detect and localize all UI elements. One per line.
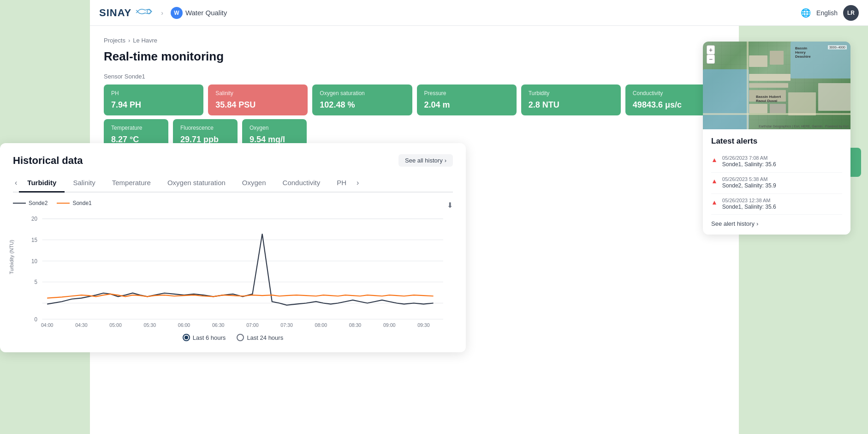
svg-text:06:00: 06:00 (178, 322, 190, 327)
svg-text:04:30: 04:30 (75, 322, 88, 327)
radio-last-24h[interactable]: Last 24 hours (237, 334, 283, 341)
alert-content-2: 05/26/2023 5:38 AM Sonde2, Salinity: 35.… (722, 176, 776, 190)
logo-area: SINAY › W Water Quality (99, 6, 227, 19)
tabs-bar: ‹ Turbidity Salinity Temperature Oxygen … (13, 174, 453, 193)
tab-ph[interactable]: PH (328, 174, 355, 193)
alert-text-3: Sonde1, Salinity: 35.6 (722, 203, 776, 211)
metric-fluorescence-label: Fluorescence (180, 125, 230, 131)
svg-text:05:00: 05:00 (109, 322, 122, 327)
radio-24h-label: Last 24 hours (247, 334, 283, 341)
time-range-options: Last 6 hours Last 24 hours (13, 334, 453, 341)
tab-conductivity[interactable]: Conductivity (274, 174, 329, 193)
map-image[interactable]: BassinHenryDeashire Bassin HubertRaoul D… (703, 42, 850, 129)
tab-temperature[interactable]: Temperature (104, 174, 159, 193)
legend-sonde1: Sonde1 (57, 200, 91, 206)
radio-last-6h[interactable]: Last 6 hours (183, 334, 226, 341)
legend-sonde2: Sonde2 (13, 200, 48, 206)
metric-oxygen-sat: Oxygen saturation 102.48 % (312, 84, 412, 115)
tab-next-button[interactable]: › (355, 175, 361, 191)
sensor-label: Sensor Sonde1 (104, 73, 725, 80)
alert-icon-2: ▲ (711, 177, 718, 185)
svg-text:07:00: 07:00 (246, 322, 259, 327)
svg-text:08:30: 08:30 (349, 322, 362, 327)
fish-icon (135, 6, 154, 19)
metric-pressure-label: Pressure (424, 90, 509, 96)
tab-oxygen[interactable]: Oxygen (234, 174, 274, 193)
svg-text:09:00: 09:00 (383, 322, 396, 327)
metric-temperature-label: Temperature (111, 125, 161, 131)
svg-text:07:30: 07:30 (280, 322, 293, 327)
tab-oxygen-saturation[interactable]: Oxygen staturation (159, 174, 234, 193)
alert-text-1: Sonde1, Salinity: 35.6 (722, 161, 776, 169)
chart-container: Turbidity (NTU) 20 15 10 5 0 04:00 04:30… (13, 214, 453, 329)
alert-icon-1: ▲ (711, 156, 718, 163)
metric-salinity: Salinity 35.84 PSU (208, 84, 308, 115)
svg-text:15: 15 (31, 237, 37, 243)
legend-line-sonde2 (13, 203, 26, 204)
svg-point-1 (150, 10, 151, 11)
svg-text:05:30: 05:30 (144, 322, 156, 327)
radio-24h-circle (237, 334, 244, 341)
map-attribution: Earthstar Geographics | Esri, HERE, Garm… (759, 125, 849, 128)
breadcrumb-location: Le Havre (133, 37, 157, 44)
see-all-history-button[interactable]: See all history › (398, 154, 453, 167)
svg-text:5: 5 (35, 279, 38, 285)
breadcrumb-arrow: › (128, 37, 130, 44)
map-zoom-minus[interactable]: − (707, 54, 715, 64)
svg-text:08:00: 08:00 (315, 322, 327, 327)
svg-text:09:30: 09:30 (417, 322, 430, 327)
metric-pressure-value: 2.04 m (424, 100, 509, 110)
svg-text:20: 20 (31, 216, 37, 222)
tab-salinity[interactable]: Salinity (65, 174, 103, 193)
alert-time-3: 05/26/2023 12:38 AM (722, 198, 776, 203)
alert-time-1: 05/26/2023 7:08 AM (722, 155, 776, 161)
metric-ph: PH 7.94 PH (104, 84, 203, 115)
tab-turbidity[interactable]: Turbidity (19, 174, 65, 193)
alert-icon-3: ▲ (711, 199, 718, 206)
radio-6h-circle (183, 334, 190, 341)
logo-text: SINAY (99, 7, 131, 19)
see-alert-history-button[interactable]: See alert history › (711, 220, 758, 227)
svg-text:04:00: 04:00 (41, 322, 54, 327)
radio-6h-label: Last 6 hours (193, 334, 226, 341)
metric-turbidity-value: 2.8 NTU (529, 100, 613, 110)
breadcrumb-projects[interactable]: Projects (104, 37, 125, 44)
alert-content-3: 05/26/2023 12:38 AM Sonde1, Salinity: 35… (722, 198, 776, 211)
metric-oxygen-sat-value: 102.48 % (320, 100, 404, 110)
y-axis-label: Turbidity (NTU) (9, 240, 14, 274)
legend-line-sonde1 (57, 203, 70, 204)
avatar[interactable]: LR (843, 5, 859, 21)
alert-item-1: ▲ 05/26/2023 7:08 AM Sonde1, Salinity: 3… (711, 151, 842, 173)
metric-pressure: Pressure 2.04 m (417, 84, 517, 115)
language-label[interactable]: English (816, 9, 838, 17)
globe-icon[interactable]: 🌐 (801, 8, 811, 18)
map-zoom-plus[interactable]: + (707, 45, 715, 54)
header-arrow: › (161, 9, 163, 17)
metric-ph-value: 7.94 PH (111, 100, 196, 110)
historical-header: Historical data See all history › (13, 154, 453, 167)
water-quality-badge: W Water Quality (171, 7, 227, 19)
svg-text:0: 0 (35, 316, 38, 322)
alert-item-3: ▲ 05/26/2023 12:38 AM Sonde1, Salinity: … (711, 194, 842, 215)
alert-item-2: ▲ 05/26/2023 5:38 AM Sonde2, Salinity: 3… (711, 173, 842, 194)
metric-turbidity: Turbidity 2.8 NTU (521, 84, 621, 115)
turbidity-chart: 20 15 10 5 0 04:00 04:30 05:00 05:30 06:… (13, 214, 453, 329)
metric-ph-label: PH (111, 90, 196, 96)
header: SINAY › W Water Quality 🌐 English LR (90, 0, 868, 26)
header-right: 🌐 English LR (801, 5, 859, 21)
wq-circle: W (171, 7, 183, 19)
metric-turbidity-label: Turbidity (529, 90, 613, 96)
historical-card: Historical data See all history › ‹ Turb… (0, 143, 466, 352)
historical-title: Historical data (13, 155, 83, 167)
metric-oxygen-sat-label: Oxygen saturation (320, 90, 404, 96)
metric-salinity-label: Salinity (215, 90, 300, 96)
alert-text-2: Sonde2, Salinity: 35.9 (722, 182, 776, 190)
alert-time-2: 05/26/2023 5:38 AM (722, 176, 776, 182)
metric-salinity-value: 35.84 PSU (215, 100, 300, 110)
chart-legend: Sonde2 Sonde1 (13, 200, 92, 206)
download-icon[interactable]: ⬇ (447, 201, 453, 210)
page-title: Real-time monitoring (104, 49, 725, 64)
svg-text:10: 10 (31, 258, 37, 264)
tab-prev-button[interactable]: ‹ (13, 175, 19, 191)
radio-6h-dot (184, 336, 188, 339)
